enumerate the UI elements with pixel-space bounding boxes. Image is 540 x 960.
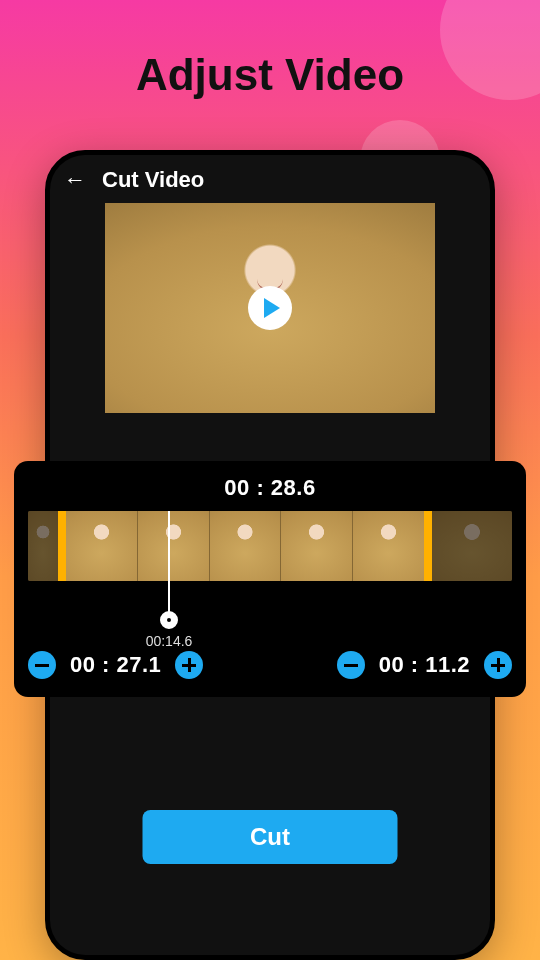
play-icon [264, 298, 280, 318]
play-button[interactable] [248, 286, 292, 330]
minus-icon [35, 664, 49, 667]
end-decrease-button[interactable] [337, 651, 365, 679]
filmstrip[interactable]: 00:14.6 [28, 511, 512, 581]
trim-panel: 00 : 28.6 00:14.6 00 : 27.1 [14, 461, 526, 697]
filmstrip-outside-right [432, 511, 512, 581]
playhead-time: 00:14.6 [146, 633, 193, 649]
time-controls: 00 : 27.1 00 : 11.2 [28, 651, 512, 679]
trim-selection[interactable] [58, 511, 432, 581]
start-decrease-button[interactable] [28, 651, 56, 679]
plus-icon [188, 658, 191, 672]
screen-title: Cut Video [102, 167, 204, 193]
start-time-value: 00 : 27.1 [70, 652, 161, 678]
end-time-value: 00 : 11.2 [379, 652, 470, 678]
filmstrip-thumb [66, 511, 137, 581]
end-time-group: 00 : 11.2 [337, 651, 512, 679]
filmstrip-thumb [280, 511, 352, 581]
filmstrip-thumb [352, 511, 424, 581]
start-increase-button[interactable] [175, 651, 203, 679]
filmstrip-thumb [137, 511, 209, 581]
cut-button-label: Cut [250, 823, 290, 851]
end-increase-button[interactable] [484, 651, 512, 679]
back-arrow-icon[interactable]: ← [64, 169, 86, 191]
total-duration: 00 : 28.6 [28, 475, 512, 501]
cut-button[interactable]: Cut [143, 810, 398, 864]
playhead-knob-icon[interactable] [160, 611, 178, 629]
video-preview[interactable] [105, 203, 435, 413]
minus-icon [344, 664, 358, 667]
plus-icon [497, 658, 500, 672]
filmstrip-outside-left [28, 511, 58, 581]
filmstrip-thumb [209, 511, 281, 581]
start-time-group: 00 : 27.1 [28, 651, 203, 679]
app-header: ← Cut Video [50, 155, 490, 203]
